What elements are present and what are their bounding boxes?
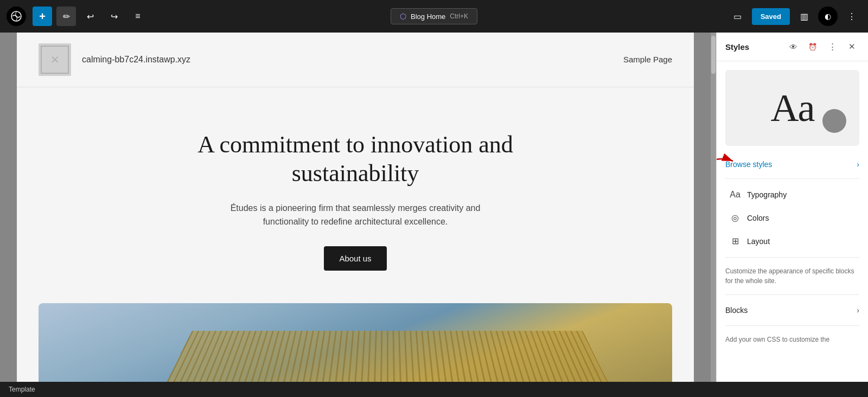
toolbar-right: ▭ Saved ▥ ◐ ⋮ [728, 7, 861, 26]
browse-styles-chevron: › [857, 160, 859, 169]
colors-icon: ◎ [730, 213, 741, 223]
eye-icon: 👁 [789, 42, 797, 52]
divider-3 [725, 294, 859, 295]
undo-button[interactable]: ↩ [80, 7, 100, 26]
more-options-button[interactable]: ⋮ [842, 7, 861, 26]
blog-home-button[interactable]: ⬡ Blog Home Ctrl+K [391, 8, 477, 24]
canvas-wrapper: calming-bb7c24.instawp.xyz Sample Page A… [0, 33, 716, 382]
main-area: calming-bb7c24.instawp.xyz Sample Page A… [0, 33, 868, 382]
scrollbar-thumb [711, 36, 716, 74]
hero-title: A commitment to innovation and sustainab… [193, 131, 518, 188]
wp-logo[interactable] [7, 7, 26, 26]
canvas-scrollbar[interactable] [711, 33, 716, 382]
layout-item[interactable]: ⊞ Layout [721, 229, 864, 253]
edit-button[interactable]: ✏ [56, 7, 76, 26]
toolbar-center: ⬡ Blog Home Ctrl+K [391, 8, 477, 24]
blog-home-icon: ⬡ [400, 12, 406, 21]
typography-icon: Aa [730, 190, 741, 200]
dark-mode-button[interactable]: ◐ [818, 7, 838, 26]
desktop-view-button[interactable]: ▭ [728, 7, 748, 26]
layout-icon: ⊞ [730, 236, 741, 246]
colors-label: Colors [747, 214, 769, 222]
nav-sample-page[interactable]: Sample Page [623, 55, 672, 64]
typography-item[interactable]: Aa Typography [721, 183, 864, 206]
toolbar: + ✏ ↩ ↪ ≡ ⬡ Blog Home Ctrl+K ▭ Saved ▥ ◐… [0, 0, 868, 33]
shortcut-label: Ctrl+K [450, 12, 468, 20]
hero-subtitle: Études is a pioneering firm that seamles… [214, 201, 496, 229]
about-us-button[interactable]: About us [324, 246, 386, 271]
blog-home-label: Blog Home [411, 12, 445, 21]
panel-close-button[interactable]: ✕ [844, 39, 859, 54]
status-bar: Template [0, 382, 868, 397]
site-nav: Sample Page [623, 55, 672, 65]
panel-history-button[interactable]: ⏰ [805, 39, 820, 54]
style-preview: Aa [725, 70, 859, 146]
browse-styles-row[interactable]: Browse styles › [717, 155, 868, 174]
browse-styles-label: Browse styles [725, 160, 857, 169]
blocks-label: Blocks [725, 306, 857, 315]
sidebar-toggle-button[interactable]: ▥ [794, 7, 814, 26]
building-section [17, 303, 694, 382]
panel-eye-button[interactable]: 👁 [786, 39, 801, 54]
panel-description: Customize the appearance of specific blo… [717, 262, 868, 290]
page-canvas: calming-bb7c24.instawp.xyz Sample Page A… [17, 33, 694, 382]
site-domain: calming-bb7c24.instawp.xyz [82, 55, 190, 65]
blocks-chevron: › [857, 306, 859, 315]
history-icon: ⏰ [808, 43, 817, 51]
divider-1 [725, 178, 859, 179]
styles-panel: Styles 👁 ⏰ ⋮ ✕ Aa [716, 33, 868, 382]
divider-2 [725, 257, 859, 258]
panel-more-button[interactable]: ⋮ [825, 39, 840, 54]
add-css-description: Add your own CSS to customize the [717, 330, 868, 349]
add-button[interactable]: + [33, 7, 52, 26]
divider-4 [725, 325, 859, 326]
canvas-scroll[interactable]: calming-bb7c24.instawp.xyz Sample Page A… [0, 33, 711, 382]
close-icon: ✕ [848, 42, 856, 52]
site-header: calming-bb7c24.instawp.xyz Sample Page [17, 33, 694, 87]
layout-label: Layout [747, 237, 770, 246]
saved-button[interactable]: Saved [752, 8, 790, 25]
status-label: Template [9, 386, 35, 393]
typography-label: Typography [747, 190, 787, 199]
panel-header: Styles 👁 ⏰ ⋮ ✕ [717, 33, 868, 61]
building-image [39, 303, 672, 382]
panel-title: Styles [725, 42, 781, 52]
menu-button[interactable]: ≡ [128, 7, 148, 26]
preview-aa-text: Aa [771, 86, 814, 131]
more-icon: ⋮ [828, 42, 837, 52]
hero-section: A commitment to innovation and sustainab… [17, 87, 694, 303]
redo-button[interactable]: ↪ [104, 7, 124, 26]
site-logo [39, 43, 71, 76]
preview-circle [822, 109, 846, 133]
blocks-row[interactable]: Blocks › [717, 299, 868, 321]
colors-item[interactable]: ◎ Colors [721, 206, 864, 229]
